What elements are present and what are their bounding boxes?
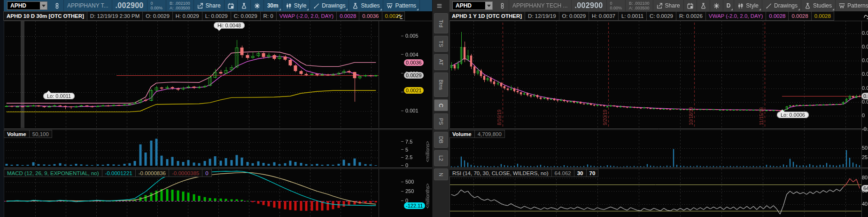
calendar-button[interactable] [225, 0, 238, 11]
sidebar-tab-at[interactable]: AT [434, 54, 448, 70]
macd-axis-label: 250 [401, 188, 414, 194]
style-button-label: Style [746, 2, 759, 9]
rsi-value-bubble: 64.062 [861, 185, 868, 192]
patterns-button[interactable]: Patterns [383, 0, 420, 11]
settings-button[interactable] [251, 0, 264, 11]
settings-button[interactable] [710, 0, 723, 11]
price-axis-label: 0.004 [862, 85, 868, 91]
company-name: APPIPHANY T... [64, 0, 112, 11]
sidebar-tab-label: PS [438, 118, 444, 125]
share-button[interactable]: Share [653, 0, 684, 11]
timeframe-label: D [727, 2, 731, 9]
chart-mode-icon[interactable] [396, 13, 403, 21]
window-edge-strip [0, 0, 4, 217]
sidebar-tab-ts[interactable]: TS [434, 36, 448, 52]
timeframe-label: 30m [267, 2, 279, 9]
rsi-axis-label: 80 [862, 175, 868, 180]
chevron-down-icon [487, 5, 491, 7]
axis-tick [401, 149, 403, 150]
sidebar-tab-db[interactable]: DB [434, 132, 448, 148]
sidebar-menu-button[interactable] [436, 2, 442, 11]
rsi-axis-label: 40 [862, 201, 868, 207]
sidebar-tab-trd[interactable]: Trd [434, 13, 448, 33]
bid-ask: B: .002100A: .003500 [166, 0, 194, 11]
patterns-button[interactable]: Patterns [836, 0, 868, 11]
link-icon[interactable] [51, 0, 64, 11]
price-axis-label: 0 [862, 113, 865, 118]
header-cell: 0.0028 [811, 11, 834, 21]
header-cell: O: 0.0029 [142, 11, 173, 21]
share-icon [657, 3, 663, 9]
lab-button[interactable] [238, 0, 251, 11]
patterns-button-label: Patterns [395, 2, 416, 9]
drawings-button[interactable]: Drawings [762, 0, 801, 11]
sidebar-tab-label: Trd [438, 19, 444, 27]
gear-icon [713, 3, 720, 9]
volume-axis-label: 7.5 [401, 139, 412, 145]
net-change: 00.00% [607, 0, 626, 11]
share-button[interactable]: Share [194, 0, 225, 11]
price-axis-label: 0.01 [862, 44, 868, 49]
style-button-label: Style [294, 2, 307, 9]
gear-icon [254, 3, 260, 9]
timeframe-button[interactable]: 30m [264, 0, 282, 11]
sidebar-tab-label: L2 [438, 155, 444, 161]
header-cell: L: 0.0011 [618, 11, 647, 21]
drawings-button[interactable]: Drawings [310, 0, 349, 11]
flask-icon [352, 3, 358, 9]
right-chart-header: APHD 1 Y 1D [OTC OTHER]D: 12/19/19O: 0.0… [449, 11, 834, 21]
volume-unit-label: <millions> [425, 128, 431, 175]
header-cell: R: 0 [260, 11, 277, 21]
flask-icon [241, 3, 247, 9]
header-cell: 0.0028 [766, 11, 789, 21]
left-chart-toolbar: APHDAPPIPHANY T....00290000.00%B: .00210… [4, 0, 432, 11]
chart-mode-icon[interactable] [863, 13, 868, 21]
header-cell: MACD (12, 26, 9, EXPONENTIAL, no) [4, 169, 102, 177]
change-percent: 0.00% [610, 6, 622, 10]
sidebar-tab-label: AT [438, 59, 444, 65]
sidebar-tab-c[interactable]: C [434, 99, 448, 111]
flask-icon [805, 3, 811, 9]
last-price: .002900 [112, 0, 147, 11]
sidebar-tab-btns[interactable]: Btns [434, 72, 448, 97]
macd-unit-label: <millionths> [425, 172, 431, 217]
calendar-button[interactable] [684, 0, 697, 11]
axis-tick [401, 165, 403, 166]
lab-button[interactable] [697, 0, 710, 11]
link-icon[interactable] [496, 0, 509, 11]
header-cell: -0.0001221 [102, 169, 136, 177]
style-button[interactable]: Style [282, 0, 310, 11]
volume-header: Volume50,100 [4, 130, 52, 138]
sidebar-tab-l2[interactable]: L2 [434, 150, 448, 166]
hi-lo-callout: Lo: 0.0006 [777, 112, 809, 118]
timeframe-button[interactable]: D [723, 0, 735, 11]
sidebar-tab-ps[interactable]: PS [434, 113, 448, 129]
volume-axis-label: 2.5 [401, 154, 412, 160]
right-price-axis: 0.0120.010.0080.0060.0040.0020-0.0020.00… [861, 21, 868, 217]
symbol-input[interactable]: APHD [452, 1, 493, 10]
rsi-header: RSI (14, 70, 30, CLOSE, WILDERS, no)64.0… [450, 169, 598, 177]
symbol-dropdown-button[interactable] [485, 2, 492, 9]
symbol-input[interactable]: APHD [7, 1, 47, 10]
header-cell: VWAP (-2.0, 2.0, DAY) [276, 11, 337, 21]
symbol-dropdown-button[interactable] [40, 2, 47, 9]
price-axis-label: 0.001 [401, 108, 418, 113]
sidebar-tab-n[interactable]: N [434, 169, 448, 180]
studies-button[interactable]: Studies [349, 0, 383, 11]
calendar-icon [228, 3, 234, 9]
flask-icon [700, 3, 706, 9]
axis-tick [401, 182, 403, 182]
header-cell: C: 0.0029 [646, 11, 676, 21]
pencil-icon [766, 3, 772, 9]
header-cell: 50,100 [29, 130, 52, 138]
share-icon [197, 3, 203, 9]
sidebar-tab-label: TS [438, 40, 444, 47]
price-bubble: 0.0021 [404, 87, 424, 94]
price-axis-label: -0.002 [862, 126, 868, 132]
style-button[interactable]: Style [734, 0, 762, 11]
price-axis-label: 0.008 [862, 57, 868, 63]
studies-button-label: Studies [813, 2, 832, 9]
studies-button[interactable]: Studies [801, 0, 836, 11]
calendar-icon [687, 3, 693, 9]
callout-text: Hi: 0.0048 [217, 23, 241, 28]
